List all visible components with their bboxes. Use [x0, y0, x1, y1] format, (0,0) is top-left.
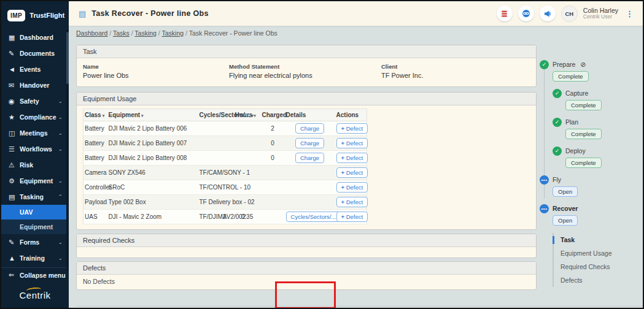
- sidebar-item-label: Risk: [20, 161, 64, 169]
- cell-reference: TF/CONTROL - 10: [198, 180, 215, 194]
- sidebar-item-forms[interactable]: ✎Forms⌄: [1, 234, 69, 250]
- sidebar-item-label: Dashboard: [20, 34, 64, 41]
- workflow-status-badge[interactable]: Open: [553, 215, 578, 226]
- sidebar-item-safety[interactable]: ◉Safety⌄: [1, 93, 69, 109]
- sidebar-item-training[interactable]: ▲Training⌄: [1, 250, 69, 266]
- rail-link-required-checks[interactable]: Required Checks: [554, 260, 638, 273]
- workflow-step-deploy: ✓DeployComplete: [553, 145, 638, 172]
- check-circle-icon: ✓: [553, 118, 562, 127]
- workflow-section-links: TaskEquipment UsageRequired ChecksDefect…: [553, 233, 638, 287]
- workflow-step-row: ✓Plan: [553, 116, 638, 128]
- in-progress-circle-icon: •••: [540, 175, 549, 185]
- handover-icon: ✉: [9, 82, 20, 90]
- table-row: PayloadType 002 BoxTF Delivery box - 02+…: [83, 194, 367, 209]
- cell-reference: [198, 150, 215, 165]
- charge-button[interactable]: Charge: [295, 123, 324, 134]
- cycles-sectors-button[interactable]: Cycles/Sectors/...: [286, 212, 341, 222]
- sort-arrow-icon: ▾: [252, 113, 255, 118]
- kebab-menu-icon[interactable]: ⋮: [624, 9, 635, 18]
- add-defect-button[interactable]: + Defect: [336, 197, 368, 207]
- breadcrumb-separator: /: [157, 29, 162, 37]
- cell-cycles: [215, 121, 234, 135]
- equipment-table: Class ▾Equipment ▾Cycles/Sectors/... ▾Ho…: [83, 109, 367, 224]
- megaphone-icon: [543, 10, 551, 18]
- queue-button[interactable]: [497, 6, 513, 21]
- cell-details: [285, 194, 335, 209]
- workflow-step-label: Plan: [565, 118, 578, 126]
- add-defect-button[interactable]: + Defect: [336, 153, 368, 163]
- avatar[interactable]: CH: [561, 6, 578, 22]
- sidebar-item-dashboard[interactable]: ▦Dashboard: [1, 29, 69, 45]
- cell-reference: [198, 121, 215, 135]
- workflow-step-label: Capture: [565, 90, 588, 97]
- add-defect-button[interactable]: + Defect: [336, 167, 368, 178]
- task-document-icon: ▤: [79, 9, 86, 18]
- workflow-status-badge[interactable]: Complete: [553, 71, 589, 82]
- rail-link-equipment-usage[interactable]: Equipment Usage: [554, 246, 638, 260]
- plus-icon: +: [341, 169, 346, 176]
- workflow-status-badge[interactable]: Open: [553, 186, 578, 197]
- link-button[interactable]: [518, 6, 534, 21]
- imp-logo: IMP: [7, 10, 25, 21]
- workflow-steps: ✓Prepare⊘Complete✓CaptureComplete✓PlanCo…: [540, 59, 638, 229]
- charge-button[interactable]: Charge: [295, 153, 324, 163]
- cell-class: UAS: [83, 209, 107, 224]
- workflow-step-capture: ✓CaptureComplete: [553, 88, 638, 114]
- dashboard-icon: ▦: [9, 34, 20, 42]
- table-row: BatteryDJI Mavic 2 Lipo Battery 0080Char…: [83, 150, 367, 165]
- sidebar-item-tasking[interactable]: ▤Tasking⌃: [1, 189, 69, 205]
- add-defect-button[interactable]: + Defect: [336, 123, 368, 134]
- sidebar-item-handover[interactable]: ✉Handover: [1, 77, 69, 93]
- sidebar-item-compliance[interactable]: ★Compliance⌄: [1, 109, 69, 125]
- breadcrumb-link-1[interactable]: Tasks: [113, 29, 130, 37]
- cell-hours: [234, 135, 261, 150]
- workflow-step-prepare: ✓Prepare⊘Complete: [540, 59, 638, 85]
- col-cycles[interactable]: Cycles/Sectors/... ▾: [198, 109, 234, 121]
- meetings-icon: ◫: [9, 129, 20, 137]
- sort-arrow-icon: ▾: [140, 113, 143, 118]
- sidebar-item-label: Events: [20, 66, 64, 73]
- cell-class: Controller: [83, 180, 107, 194]
- equipment-usage-panel: Equipment Usage Class ▾Equipment ▾Cycles…: [76, 92, 537, 230]
- sidebar-item-events[interactable]: ◄Events: [1, 61, 69, 77]
- add-defect-button[interactable]: + Defect: [336, 212, 368, 222]
- sidebar-item-equipment[interactable]: ⚙Equipment⌄: [1, 173, 69, 189]
- charge-button[interactable]: Charge: [295, 138, 324, 148]
- announcements-button[interactable]: [540, 6, 556, 21]
- cell-details: Charge: [285, 121, 335, 135]
- rail-link-defects[interactable]: Defects: [554, 273, 638, 287]
- cell-actions: + Defect: [335, 180, 367, 194]
- sidebar-item-collapse-menu[interactable]: ⇐ Collapse menu: [1, 267, 69, 282]
- link-icon: [522, 9, 530, 18]
- col-equipment[interactable]: Equipment ▾: [107, 109, 198, 121]
- workflow-status-badge[interactable]: Complete: [565, 100, 602, 110]
- cell-equipment: SONY ZX546: [107, 165, 198, 180]
- sidebar-item-documents[interactable]: ✎Documents: [1, 45, 69, 61]
- defects-empty-text: No Defects: [77, 275, 536, 289]
- add-defect-button[interactable]: + Defect: [336, 182, 368, 193]
- user-info: Colin Harley Centrik User: [583, 7, 618, 20]
- sidebar-subitem-uav[interactable]: UAV: [1, 205, 69, 219]
- cell-actions: + Defect: [335, 135, 367, 150]
- sidebar-item-meetings[interactable]: ◫Meetings⌄: [1, 125, 69, 141]
- cell-details: Charge: [285, 135, 335, 150]
- breadcrumb-link-2[interactable]: Tasking: [134, 29, 157, 37]
- stacked-bars-icon: [500, 10, 508, 18]
- breadcrumb-link-3[interactable]: Tasking: [162, 29, 184, 37]
- rail-link-task[interactable]: Task: [554, 233, 638, 246]
- col-class[interactable]: Class ▾: [83, 109, 107, 121]
- sidebar-item-workflows[interactable]: ☰Workflows⌄: [1, 141, 69, 157]
- cell-reference: TF/CAM/SONY - 1: [198, 165, 215, 180]
- field-value: TF Power Inc.: [381, 71, 530, 81]
- breadcrumb-link-0[interactable]: Dashboard: [76, 29, 107, 37]
- add-defect-button[interactable]: + Defect: [336, 138, 368, 148]
- required-checks-title: Required Checks: [77, 234, 536, 247]
- sidebar-subitem-equipment[interactable]: Equipment: [1, 219, 69, 234]
- sidebar-item-risk[interactable]: ⚠Risk: [1, 157, 69, 173]
- workflow-status-badge[interactable]: Complete: [565, 129, 602, 139]
- cell-charged: [261, 194, 285, 209]
- col-hours[interactable]: Hours ▾: [234, 109, 261, 121]
- workflow-status-badge[interactable]: Complete: [565, 158, 602, 168]
- no-edit-icon: ⊘: [580, 61, 586, 69]
- workflow-step-row: ✓Deploy: [553, 145, 638, 156]
